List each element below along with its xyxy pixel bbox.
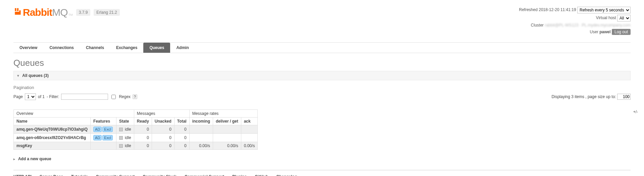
queue-name-link[interactable]: amq.gen-o60rcesxl9ZO2Yn5HACrBg [16,135,86,140]
table-row: amq.gen-o60rcesxl9ZO2Yn5HACrBgADExclidle… [14,134,258,142]
footer-link[interactable]: Commercial Support [185,174,224,176]
state-cell: idle [116,125,134,134]
rabbitmq-icon [13,7,22,16]
pagesize-input[interactable] [617,94,631,100]
refreshed-label: Refreshed [519,7,538,12]
footer-link[interactable]: Server Docs [40,174,63,176]
table-row: msgKeyidle0000.00/s0.00/s0.00/s [14,142,258,150]
col-incoming[interactable]: incoming [189,118,213,125]
feature-badge: AD [93,135,102,140]
ready-cell: 0 [134,125,152,134]
col-ack[interactable]: ack [241,118,258,125]
incoming-cell: 0.00/s [189,142,213,150]
table-row: amq.gen-QNeUqT0iWU8cp7lO3ahgiQADExclidle… [14,125,258,134]
footer-link[interactable]: Community Support [96,174,135,176]
brand: Rabbit MQ TM 3.7.9 Erlang 21.2 [13,7,120,18]
queue-name-link[interactable]: amq.gen-QNeUqT0iWU8cp7lO3ahgiQ [16,127,88,132]
ready-cell: 0 [134,142,152,150]
help-icon[interactable]: ? [133,94,137,99]
total-cell: 0 [174,142,189,150]
features-cell [91,142,116,150]
tab-admin[interactable]: Admin [170,43,195,53]
state-cell: idle [116,142,134,150]
features-cell: ADExcl [91,134,116,142]
col-deliver-get[interactable]: deliver / get [213,118,241,125]
footer-link[interactable]: Tutorials [71,174,88,176]
col-unacked[interactable]: Unacked [152,118,174,125]
tab-queues[interactable]: Queues [143,43,170,53]
feature-badge: AD [93,127,102,132]
page-label: Page [13,94,23,99]
header-right: Refreshed 2018-12-20 11:41:19 Refresh ev… [519,7,631,36]
page-select[interactable]: 1 [25,93,36,100]
footer-link[interactable]: Changelog [276,174,297,176]
feature-badge: Excl [102,135,113,140]
col-name[interactable]: Name [14,118,91,125]
ack-cell [241,134,258,142]
all-queues-label: All queues (3) [22,73,49,78]
tab-connections[interactable]: Connections [43,43,80,53]
footer-link[interactable]: Plugins [232,174,247,176]
col-features[interactable]: Features [91,118,116,125]
footer-links: HTTP APIServer DocsTutorialsCommunity Su… [13,170,631,176]
total-cell: 0 [174,125,189,134]
tab-exchanges[interactable]: Exchanges [110,43,143,53]
logout-button[interactable]: Log out [612,29,631,35]
logo[interactable]: Rabbit MQ TM [13,7,73,18]
chevron-right-icon: ▸ [13,157,15,161]
add-queue-label: Add a new queue [18,157,51,161]
ready-cell: 0 [134,134,152,142]
unacked-cell: 0 [152,134,174,142]
ack-cell [241,125,258,134]
all-queues-bar[interactable]: ▼ All queues (3) [13,71,631,80]
deliverGet-cell [213,134,241,142]
version-rabbitmq: 3.7.9 [76,9,91,16]
refresh-interval-select[interactable]: Refresh every 5 seconds [577,7,631,13]
ack-cell: 0.00/s [241,142,258,150]
footer-link[interactable]: HTTP API [13,174,32,176]
feature-badge: Excl [102,127,113,132]
version-erlang: Erlang 21.2 [94,9,119,16]
filter-label: - Filter: [47,94,59,99]
col-state[interactable]: State [116,118,134,125]
columns-toggle[interactable]: +/- [633,109,638,114]
tab-channels[interactable]: Channels [80,43,110,53]
unacked-cell: 0 [152,142,174,150]
vhost-select[interactable]: All [617,15,631,21]
incoming-cell [189,125,213,134]
footer-link[interactable]: GitHub [255,174,268,176]
displaying-text: Displaying 3 items , page size up to: [552,94,616,99]
total-cell: 0 [174,134,189,142]
cluster-label: Cluster [531,23,544,28]
deliverGet-cell [213,125,241,134]
refreshed-time: 2018-12-20 11:41:19 [539,7,576,12]
vhost-label: Virtual host [596,15,616,20]
unacked-cell: 0 [152,125,174,134]
group-messages: Messages [134,110,189,118]
user-label: User [590,30,598,34]
pagination-title: Pagination [13,85,631,90]
logo-text-mq: MQ [52,7,67,18]
queues-table: Overview Messages Message rates Name Fea… [13,109,258,150]
cluster-value: rabbit@PL-WS123 · PL.mydev.mycompany.com [545,23,631,28]
tab-overview[interactable]: Overview [13,43,43,53]
logo-text-rabbit: Rabbit [23,7,52,18]
queue-name-link[interactable]: msgKey [16,143,32,148]
page-of-label: of 1 [38,94,45,99]
col-ready[interactable]: Ready [134,118,152,125]
group-rates: Message rates [189,110,258,118]
add-queue-toggle[interactable]: ▸ Add a new queue [13,157,631,161]
incoming-cell [189,134,213,142]
footer-link[interactable]: Community Slack [143,174,177,176]
regex-checkbox[interactable] [111,95,116,99]
regex-label: Regex [119,94,131,99]
col-total[interactable]: Total [174,118,189,125]
group-overview: Overview [14,110,134,118]
main-tabs: OverviewConnectionsChannelsExchangesQueu… [13,42,631,53]
deliverGet-cell: 0.00/s [213,142,241,150]
state-cell: idle [116,134,134,142]
filter-input[interactable] [61,94,108,100]
user-name: pawel [599,30,610,34]
logo-tm: TM [68,13,73,16]
chevron-down-icon: ▼ [16,74,20,78]
